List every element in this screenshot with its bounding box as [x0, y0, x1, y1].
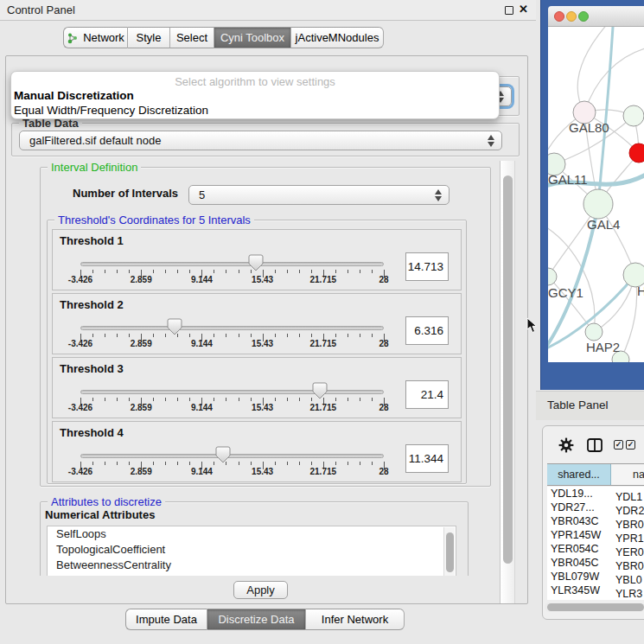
- slider-tick-label: -3.426: [68, 339, 92, 348]
- slider-tick: [251, 398, 252, 401]
- table-row[interactable]: YBR043CYBR0: [547, 514, 644, 528]
- checkbox-icon[interactable]: ✓: [626, 440, 635, 450]
- slider-thumb[interactable]: [248, 254, 264, 271]
- popup-item-equal-width[interactable]: Equal Width/Frequency Discretization: [14, 104, 208, 117]
- control-panel-titlebar: Control Panel ✕: [0, 0, 536, 21]
- threshold-value-field[interactable]: 14.713: [405, 252, 449, 281]
- attributes-group-title: Attributes to discretize: [48, 495, 165, 508]
- tab-infer-network[interactable]: Infer Network: [306, 609, 405, 630]
- threshold-value-field[interactable]: 21.4: [405, 380, 449, 409]
- slider-tick: [92, 334, 93, 337]
- attribute-list-item[interactable]: BetweennessCentrality: [48, 558, 456, 573]
- list-scrollbar[interactable]: [443, 527, 455, 576]
- slider-track[interactable]: [80, 326, 384, 330]
- number-of-intervals-value: 5: [199, 188, 205, 201]
- slider-track[interactable]: [80, 390, 384, 394]
- network-node-hap2[interactable]: [585, 323, 603, 341]
- tab-cyni-toolbox[interactable]: Cyni Toolbox: [214, 27, 291, 48]
- slider-track[interactable]: [80, 262, 384, 266]
- list-scrollbar-thumb[interactable]: [446, 532, 454, 572]
- slider-track[interactable]: [80, 454, 384, 458]
- table-horizontal-scrollbar[interactable]: [545, 603, 644, 612]
- table-row[interactable]: YDR27...YDR2: [547, 501, 644, 514]
- slider-thumb[interactable]: [215, 446, 231, 463]
- settings-scrollview: Interval Definition Number of Intervals …: [11, 161, 500, 576]
- close-icon[interactable]: ✕: [519, 3, 528, 16]
- thresholds-group-title: Threshold's Coordinates for 5 Intervals: [54, 214, 254, 226]
- slider-thumb[interactable]: [167, 318, 182, 335]
- table-row[interactable]: YDL19...YDL1: [547, 487, 644, 501]
- network-thick-edges: [548, 27, 644, 348]
- attribute-list-item[interactable]: TopologicalCoefficient: [48, 542, 456, 558]
- panel-scrollbar[interactable]: [500, 161, 515, 603]
- slider-tick: [335, 462, 336, 465]
- numerical-attributes-list[interactable]: SelfLoopsTopologicalCoefficientBetweenne…: [47, 526, 456, 576]
- table-row[interactable]: YER054CYER0: [547, 542, 644, 556]
- threshold-value-field[interactable]: 11.344: [405, 444, 449, 473]
- column-header-shared-name[interactable]: shared...: [547, 464, 611, 485]
- network-node[interactable]: [629, 143, 644, 163]
- gear-icon[interactable]: [558, 437, 574, 453]
- tab-style[interactable]: Style: [128, 27, 170, 48]
- panel-scrollbar-thumb[interactable]: [503, 175, 513, 564]
- slider-tick: [239, 462, 239, 465]
- table-header-row: shared... na: [547, 463, 644, 486]
- table-row[interactable]: YLR345WYLR3: [547, 583, 644, 597]
- tab-label: Style: [137, 31, 162, 44]
- minimize-traffic-light-icon[interactable]: [566, 11, 577, 22]
- slider-thumb[interactable]: [312, 382, 328, 399]
- tab-select[interactable]: Select: [170, 27, 214, 48]
- zoom-traffic-light-icon[interactable]: [578, 11, 589, 22]
- table-data-select[interactable]: galFiltered.sif default node: [19, 131, 502, 150]
- number-of-intervals-select[interactable]: 5: [188, 185, 450, 205]
- slider-tick-label: 28: [379, 467, 388, 476]
- table-row[interactable]: YIL053CYIL0: [547, 597, 644, 600]
- float-window-icon[interactable]: [505, 6, 513, 15]
- attribute-list-item[interactable]: SelfLoops: [48, 526, 456, 542]
- apply-button[interactable]: Apply: [233, 581, 288, 599]
- slider-tick: [275, 462, 276, 465]
- close-traffic-light-icon[interactable]: [554, 11, 564, 22]
- network-node[interactable]: [623, 105, 644, 126]
- tab-network[interactable]: Network: [63, 27, 128, 48]
- slider-tick: [287, 462, 288, 465]
- node-label: HAP2: [586, 340, 620, 354]
- slider-tick: [372, 462, 373, 465]
- checkbox-icon[interactable]: ✓: [614, 440, 623, 450]
- network-node-gcy1[interactable]: [548, 268, 557, 285]
- top-tab-bar: NetworkStyleSelectCyni ToolboxjActiveMNo…: [63, 27, 384, 48]
- slider-tick: [299, 398, 300, 401]
- tab-impute-data[interactable]: Impute Data: [125, 609, 207, 630]
- slider-tick: [214, 334, 214, 337]
- popup-item-manual-discretization[interactable]: Manual Discretization: [14, 89, 134, 102]
- slider-tick: [287, 334, 288, 337]
- tab-label: Network: [83, 31, 124, 44]
- cell-shared-name: YBR043C: [547, 514, 610, 528]
- slider-tick: [287, 398, 288, 401]
- slider-tick: [360, 462, 360, 465]
- tab-jactivemnodules[interactable]: jActiveMNodules: [291, 27, 384, 48]
- tab-discretize-data[interactable]: Discretize Data: [207, 609, 306, 630]
- table-body[interactable]: YDL19...YDL1YDR27...YDR2YBR043CYBR0YPR14…: [547, 487, 644, 600]
- table-row[interactable]: YPR145WYPR1: [547, 528, 644, 542]
- split-columns-icon[interactable]: [587, 438, 603, 452]
- network-window-titlebar[interactable]: [548, 6, 644, 27]
- table-row[interactable]: YBL079WYBL0: [547, 570, 644, 583]
- threshold-label: Threshold 3: [60, 362, 124, 375]
- slider-tick-label: 21.715: [310, 275, 337, 284]
- slider-tick: [165, 270, 166, 273]
- slider-tick-label: 15.43: [252, 467, 273, 476]
- table-row[interactable]: YBR045CYBR0: [547, 556, 644, 570]
- threshold-value-field[interactable]: 6.316: [405, 316, 449, 345]
- column-header-name[interactable]: na: [612, 464, 644, 485]
- screen: Control Panel ✕ NetworkStyleSelectCyni T…: [0, 0, 644, 644]
- slider-tick: [105, 462, 105, 465]
- slider-tick: [335, 334, 336, 337]
- table-hscroll-thumb[interactable]: [547, 603, 644, 611]
- network-node-gal4[interactable]: [583, 189, 613, 219]
- slider-tick: [165, 398, 166, 401]
- slider-tick: [299, 270, 300, 273]
- cell-shared-name: YLR345W: [547, 583, 610, 597]
- table-data-value: galFiltered.sif default node: [29, 134, 161, 147]
- network-canvas[interactable]: GAL80GAL11GAL4GCY1HHAP2: [548, 27, 644, 362]
